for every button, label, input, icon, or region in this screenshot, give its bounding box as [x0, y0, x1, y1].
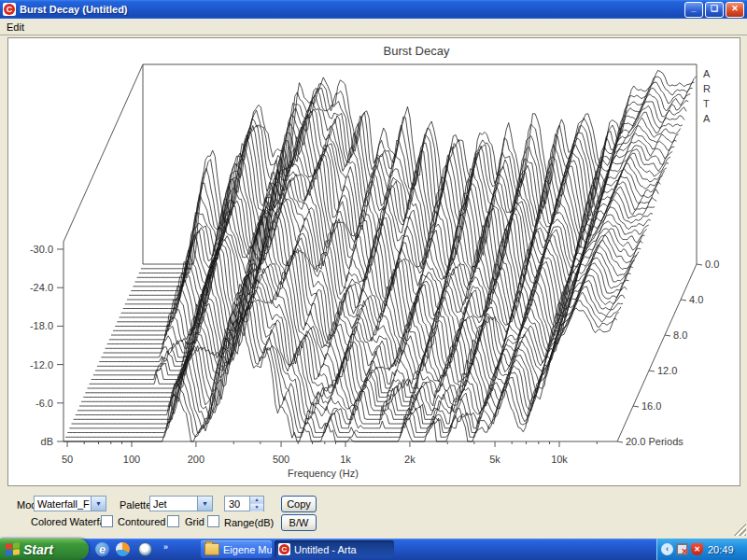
svg-text:2k: 2k — [404, 454, 416, 465]
quicklaunch-overflow-chevron[interactable]: » — [159, 540, 173, 554]
svg-text:10k: 10k — [551, 454, 568, 465]
svg-text:100: 100 — [123, 454, 140, 465]
range-value[interactable]: 30 — [225, 497, 249, 511]
range-spinner[interactable]: 30 ▲ ▼ — [224, 496, 264, 511]
folder-icon — [204, 543, 219, 555]
menu-item-edit[interactable]: Edit — [0, 21, 31, 34]
system-tray: ‹ ✕ 20:49 — [656, 539, 747, 560]
svg-text:4.0: 4.0 — [689, 294, 703, 305]
arta-burst-decay-window: C Burst Decay (Untitled) _ ❏ ✕ Edit 5010… — [0, 0, 747, 560]
svg-text:16.0: 16.0 — [641, 400, 661, 412]
arta-app-icon: C — [278, 543, 290, 555]
svg-text:20.0 Periods: 20.0 Periods — [626, 436, 684, 447]
title-bar: C Burst Decay (Untitled) _ ❏ ✕ — [0, 0, 747, 19]
svg-text:0.0: 0.0 — [705, 259, 719, 270]
svg-text:-24.0: -24.0 — [30, 282, 53, 293]
minimize-button[interactable]: _ — [684, 2, 703, 18]
grid-label: Grid — [185, 516, 204, 527]
msn-swoosh-icon[interactable] — [116, 542, 130, 556]
resize-grip[interactable] — [733, 523, 746, 536]
svg-text:12.0: 12.0 — [657, 365, 677, 376]
svg-text:-18.0: -18.0 — [30, 320, 53, 331]
search-globe-icon[interactable] — [138, 542, 152, 556]
palette-label: Palette — [120, 499, 151, 511]
spinner-up-icon[interactable]: ▲ — [250, 497, 263, 504]
svg-text:dB: dB — [41, 436, 53, 447]
tray-security-shield-icon[interactable]: ✕ — [691, 543, 703, 555]
svg-text:5k: 5k — [489, 454, 500, 465]
window-title: Burst Decay (Untitled) — [20, 4, 684, 15]
chevron-down-icon: ▼ — [197, 497, 212, 511]
arta-watermark: ARTA — [703, 68, 711, 124]
svg-text:-30.0: -30.0 — [30, 244, 53, 255]
taskbar-button-eigene-musik[interactable]: Eigene Musik — [201, 540, 272, 558]
taskbar-clock: 20:49 — [708, 544, 734, 555]
svg-text:50: 50 — [62, 454, 73, 465]
contoured-checkbox[interactable] — [167, 515, 179, 527]
palette-select[interactable]: Jet ▼ — [149, 496, 213, 511]
svg-text:Frequency (Hz): Frequency (Hz) — [288, 468, 359, 479]
menu-bar: Edit — [0, 19, 747, 35]
burst-decay-chart: 501002005001k2k5k10kdB-6.0-12.0-18.0-24.… — [8, 38, 738, 483]
waterfall-traces — [63, 70, 697, 441]
chevron-down-icon: ▼ — [91, 497, 106, 511]
svg-text:-12.0: -12.0 — [30, 359, 53, 371]
contoured-label: Contoured — [118, 516, 165, 527]
start-label: Start — [23, 542, 53, 557]
spinner-down-icon[interactable]: ▼ — [250, 504, 263, 511]
mode-select[interactable]: Waterfall_F ▼ — [34, 496, 106, 511]
tray-display-error-icon[interactable] — [676, 543, 688, 555]
internet-explorer-icon[interactable]: e — [95, 542, 109, 556]
svg-text:500: 500 — [273, 454, 289, 465]
arta-app-icon: C — [3, 3, 16, 16]
windows-flag-icon — [6, 542, 20, 557]
copy-button[interactable]: Copy — [281, 496, 317, 512]
colored-waterfall-checkbox[interactable] — [101, 515, 113, 527]
bw-button[interactable]: B/W — [281, 514, 317, 531]
close-button[interactable]: ✕ — [726, 2, 744, 18]
tray-collapse-chevron[interactable]: ‹ — [661, 543, 673, 555]
svg-text:1k: 1k — [340, 454, 351, 465]
restore-button[interactable]: ❏ — [705, 2, 724, 18]
colored-waterfall-label: Colored Waterfall — [31, 516, 110, 527]
plot-panel: 501002005001k2k5k10kdB-6.0-12.0-18.0-24.… — [7, 37, 740, 486]
svg-text:-6.0: -6.0 — [35, 398, 53, 409]
svg-text:Burst Decay: Burst Decay — [384, 44, 450, 58]
range-db-label: Range(dB) — [224, 517, 274, 528]
taskbar-button-untitled-arta[interactable]: C Untitled - Arta — [275, 540, 394, 558]
taskbar: Start e » Eigene Musik C Untitled - Arta… — [0, 539, 747, 560]
start-button[interactable]: Start — [0, 539, 89, 560]
svg-text:8.0: 8.0 — [673, 329, 687, 341]
grid-checkbox[interactable] — [207, 515, 219, 527]
svg-text:200: 200 — [188, 454, 204, 465]
